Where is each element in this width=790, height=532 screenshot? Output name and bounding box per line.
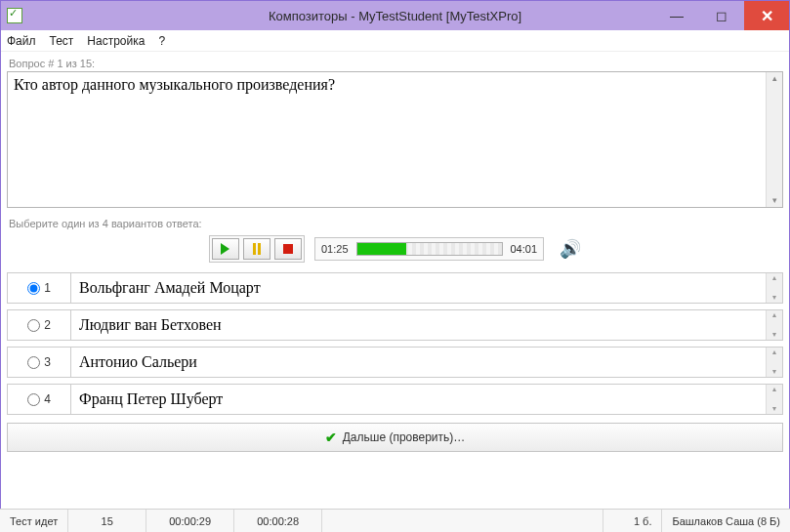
scroll-down-icon[interactable]: ▾ <box>772 293 776 303</box>
maximize-button[interactable]: ◻ <box>699 1 744 30</box>
status-spacer <box>322 510 603 532</box>
scroll-down-icon[interactable]: ▾ <box>772 330 776 340</box>
titlebar: Композиторы - MyTestStudent [MyTestXPro]… <box>1 1 789 30</box>
scroll-up-icon[interactable]: ▴ <box>772 310 776 320</box>
window-controls: — ◻ ✕ <box>654 1 789 30</box>
menu-help[interactable]: ? <box>158 34 165 48</box>
status-total-questions: 15 <box>68 510 146 532</box>
answer-text: Франц Петер Шуберт <box>79 390 223 408</box>
progress-bar[interactable] <box>356 242 503 256</box>
answers-list: 1Вольфганг Амадей Моцарт▴▾2Людвиг ван Бе… <box>7 272 783 415</box>
answer-radio-cell[interactable]: 1 <box>7 272 71 304</box>
close-button[interactable]: ✕ <box>744 1 789 30</box>
stop-button[interactable] <box>274 238 302 260</box>
scroll-down-icon[interactable]: ▾ <box>772 367 776 377</box>
answer-text: Вольфганг Амадей Моцарт <box>79 279 261 297</box>
menubar: Файл Тест Настройка ? <box>1 30 789 52</box>
answer-radio[interactable] <box>27 319 40 332</box>
pause-icon <box>253 243 261 255</box>
answer-radio-cell[interactable]: 4 <box>7 384 71 415</box>
play-button[interactable] <box>212 238 239 260</box>
answer-number: 1 <box>44 281 51 295</box>
answer-number: 2 <box>44 318 51 332</box>
answer-text-box[interactable]: Людвиг ван Бетховен▴▾ <box>71 309 783 341</box>
play-icon <box>221 243 229 255</box>
scroll-up-icon[interactable]: ▴ <box>772 348 776 357</box>
status-user: Башлаков Саша (8 Б) <box>662 510 790 532</box>
status-score: 1 б. <box>603 510 662 532</box>
scroll-down-icon[interactable]: ▾ <box>772 194 777 207</box>
answer-scrollbar[interactable]: ▴▾ <box>766 310 782 340</box>
scroll-down-icon[interactable]: ▾ <box>772 404 776 414</box>
time-progress-box: 01:25 04:01 <box>314 237 544 261</box>
answer-scrollbar[interactable]: ▴▾ <box>766 348 782 377</box>
next-button[interactable]: ✔ Дальше (проверить)… <box>7 423 783 452</box>
answer-text: Антонио Сальери <box>79 353 197 371</box>
time-total: 04:01 <box>511 243 538 255</box>
answer-hint: Выберите один из 4 вариантов ответа: <box>9 218 783 229</box>
answer-radio[interactable] <box>27 393 40 406</box>
scroll-up-icon[interactable]: ▴ <box>772 385 776 394</box>
audio-player: 01:25 04:01 🔊 <box>7 235 783 263</box>
answer-number: 3 <box>44 355 51 369</box>
check-icon: ✔ <box>325 430 337 445</box>
answer-radio-cell[interactable]: 2 <box>7 309 71 341</box>
scroll-up-icon[interactable]: ▴ <box>772 273 776 283</box>
answer-text-box[interactable]: Вольфганг Амадей Моцарт▴▾ <box>71 272 783 304</box>
question-text-box: Кто автор данного музыкального произведе… <box>7 71 783 208</box>
status-state: Тест идет <box>0 510 68 532</box>
answer-row: 2Людвиг ван Бетховен▴▾ <box>7 309 783 341</box>
answer-row: 4Франц Петер Шуберт▴▾ <box>7 384 783 415</box>
answer-row: 3Антонио Сальери▴▾ <box>7 347 783 378</box>
status-time-1: 00:00:29 <box>146 510 234 532</box>
question-counter: Вопрос # 1 из 15: <box>9 58 783 69</box>
menu-test[interactable]: Тест <box>50 34 74 48</box>
answer-scrollbar[interactable]: ▴▾ <box>766 273 782 303</box>
answer-row: 1Вольфганг Амадей Моцарт▴▾ <box>7 272 783 304</box>
scroll-up-icon[interactable]: ▴ <box>772 72 777 85</box>
progress-fill <box>357 243 406 255</box>
stop-icon <box>283 244 293 254</box>
menu-file[interactable]: Файл <box>7 34 36 48</box>
answer-radio[interactable] <box>27 282 40 295</box>
volume-icon[interactable]: 🔊 <box>560 238 581 260</box>
answer-scrollbar[interactable]: ▴▾ <box>766 385 782 414</box>
question-text: Кто автор данного музыкального произведе… <box>14 76 335 93</box>
answer-number: 4 <box>44 392 51 406</box>
status-time-2: 00:00:28 <box>234 510 322 532</box>
player-button-group <box>209 235 305 263</box>
time-current: 01:25 <box>321 243 349 255</box>
answer-text-box[interactable]: Антонио Сальери▴▾ <box>71 347 783 378</box>
answer-radio[interactable] <box>27 356 40 369</box>
answer-radio-cell[interactable]: 3 <box>7 347 71 378</box>
answer-text-box[interactable]: Франц Петер Шуберт▴▾ <box>71 384 783 415</box>
next-button-label: Дальше (проверить)… <box>343 430 466 444</box>
question-scrollbar[interactable]: ▴ ▾ <box>766 72 782 207</box>
statusbar: Тест идет 15 00:00:29 00:00:28 1 б. Башл… <box>0 509 790 532</box>
minimize-button[interactable]: — <box>654 1 699 30</box>
menu-settings[interactable]: Настройка <box>87 34 145 48</box>
pause-button[interactable] <box>243 238 270 260</box>
answer-text: Людвиг ван Бетховен <box>79 316 222 334</box>
app-icon <box>7 8 22 23</box>
